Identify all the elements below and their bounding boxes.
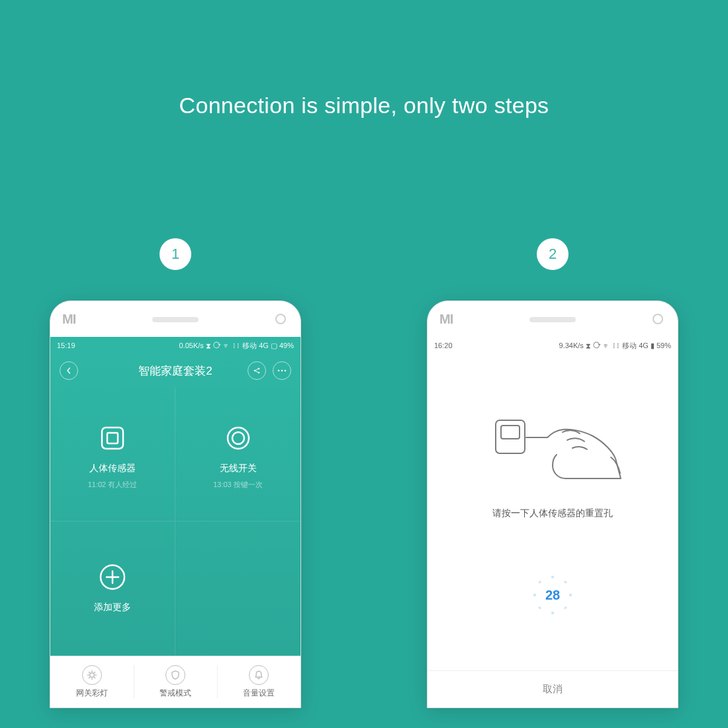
phone-2: MI 16:20 9.34K/s ⧗ ⟳ ᯤ ⫶⫶ 移动 4G ▮ 59% bbox=[427, 300, 678, 708]
svg-point-4 bbox=[281, 370, 283, 372]
svg-point-11 bbox=[90, 672, 94, 676]
add-device[interactable]: 添加更多 bbox=[50, 522, 175, 656]
svg-rect-13 bbox=[501, 426, 520, 439]
phone-1: MI 15:19 0.05K/s ⧗ ⟳ ᯤ ⫶⫶ 移动 4G ▢ 49% 智能… bbox=[50, 300, 301, 708]
svg-rect-6 bbox=[102, 428, 123, 449]
svg-point-5 bbox=[285, 370, 287, 372]
phone-bezel: MI bbox=[50, 301, 300, 337]
tab-label: 网关彩灯 bbox=[76, 688, 108, 699]
device-wireless-switch[interactable]: 无线开关 13:03 按键一次 bbox=[175, 387, 300, 522]
device-motion-sensor[interactable]: 人体传感器 11:02 有人经过 bbox=[50, 387, 175, 522]
motion-sensor-icon bbox=[93, 419, 132, 457]
empty-cell bbox=[175, 522, 300, 656]
light-icon bbox=[82, 665, 102, 685]
shield-icon bbox=[165, 665, 185, 685]
tab-light[interactable]: 网关彩灯 bbox=[50, 656, 134, 707]
back-button[interactable] bbox=[60, 361, 78, 380]
tab-alarm[interactable]: 警戒模式 bbox=[134, 656, 217, 707]
share-icon bbox=[253, 367, 261, 375]
device-sub: 13:03 按键一次 bbox=[213, 480, 263, 490]
mi-logo: MI bbox=[439, 312, 453, 327]
status-right: 0.05K/s ⧗ ⟳ ᯤ ⫶⫶ 移动 4G ▢ 49% bbox=[179, 341, 294, 351]
status-time: 15:19 bbox=[57, 341, 75, 349]
tab-label: 警戒模式 bbox=[159, 688, 191, 699]
step-2-badge: 2 bbox=[537, 238, 569, 270]
svg-point-9 bbox=[232, 432, 244, 444]
svg-point-8 bbox=[228, 428, 249, 449]
reset-illustration bbox=[428, 354, 678, 493]
app-home-screen: 15:19 0.05K/s ⧗ ⟳ ᯤ ⫶⫶ 移动 4G ▢ 49% 智能家庭套… bbox=[50, 337, 300, 707]
device-sub: 11:02 有人经过 bbox=[88, 480, 138, 490]
device-label: 无线开关 bbox=[220, 463, 257, 475]
cancel-button[interactable]: 取消 bbox=[428, 670, 678, 707]
status-bar: 16:20 9.34K/s ⧗ ⟳ ᯤ ⫶⫶ 移动 4G ▮ 59% bbox=[428, 337, 678, 354]
add-icon bbox=[93, 558, 132, 596]
bottom-bar: 网关彩灯 警戒模式 音量设置 bbox=[50, 656, 300, 707]
status-bar: 15:19 0.05K/s ⧗ ⟳ ᯤ ⫶⫶ 移动 4G ▢ 49% bbox=[50, 337, 300, 354]
countdown-dots-icon bbox=[533, 576, 572, 614]
status-time: 16:20 bbox=[434, 341, 453, 349]
tab-volume[interactable]: 音量设置 bbox=[217, 656, 300, 707]
device-grid: 人体传感器 11:02 有人经过 无线开关 13:03 按键一次 bbox=[50, 387, 300, 656]
more-button[interactable] bbox=[273, 361, 291, 380]
svg-rect-7 bbox=[107, 433, 118, 443]
device-label: 人体传感器 bbox=[89, 463, 136, 475]
more-icon bbox=[277, 369, 287, 372]
svg-point-3 bbox=[278, 370, 280, 372]
step-2: 2 MI 16:20 9.34K/s ⧗ ⟳ ᯤ ⫶⫶ 移动 4G ▮ 59% bbox=[427, 238, 678, 708]
step-1-badge: 1 bbox=[159, 238, 191, 270]
bell-icon bbox=[249, 665, 269, 685]
app-title: 智能家庭套装2 bbox=[138, 363, 212, 379]
pairing-hint: 请按一下人体传感器的重置孔 bbox=[428, 508, 678, 520]
page-title: Connection is simple, only two steps bbox=[0, 93, 728, 118]
wireless-switch-icon bbox=[219, 419, 257, 457]
phone-bezel: MI bbox=[428, 301, 678, 337]
countdown-wrap: 28 bbox=[428, 520, 678, 670]
step-1: 1 MI 15:19 0.05K/s ⧗ ⟳ ᯤ ⫶⫶ 移动 4G ▢ 49% … bbox=[50, 238, 301, 708]
device-label: 添加更多 bbox=[94, 602, 131, 614]
pairing-screen: 16:20 9.34K/s ⧗ ⟳ ᯤ ⫶⫶ 移动 4G ▮ 59% bbox=[428, 337, 678, 707]
app-header: 智能家庭套装2 bbox=[50, 354, 300, 387]
steps-row: 1 MI 15:19 0.05K/s ⧗ ⟳ ᯤ ⫶⫶ 移动 4G ▢ 49% … bbox=[0, 238, 728, 708]
share-button[interactable] bbox=[248, 361, 266, 380]
countdown-timer: 28 bbox=[533, 576, 572, 614]
chevron-left-icon bbox=[66, 367, 72, 374]
status-right: 9.34K/s ⧗ ⟳ ᯤ ⫶⫶ 移动 4G ▮ 59% bbox=[559, 341, 671, 351]
tab-label: 音量设置 bbox=[243, 688, 275, 699]
mi-logo: MI bbox=[62, 312, 75, 327]
